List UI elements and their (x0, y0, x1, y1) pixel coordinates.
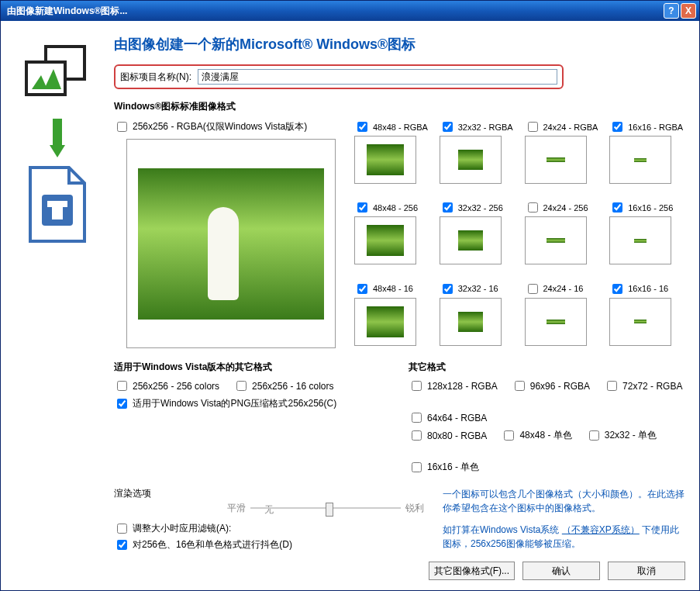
format-checkbox[interactable] (528, 122, 538, 132)
format-checkbox[interactable] (612, 284, 622, 294)
format-checkbox[interactable] (357, 284, 367, 294)
svg-rect-6 (47, 201, 67, 207)
format-option[interactable]: 48x48 - 256 (354, 200, 430, 215)
format-cell: 24x24 - 256 (525, 199, 601, 271)
resize-filter-checkbox[interactable] (117, 524, 127, 534)
format-option[interactable]: 16x16 - 16 (609, 282, 685, 296)
vista-png-checkbox[interactable] (117, 399, 127, 409)
format-option[interactable]: 32x32 - 单色 (586, 428, 657, 443)
thumbnail-image (458, 150, 483, 170)
thumbnail-image (367, 306, 404, 337)
format-option[interactable]: 128x128 - RGBA (409, 378, 498, 393)
format-option[interactable]: 32x32 - RGBA (440, 119, 516, 134)
format-option[interactable]: 256x256 - 16 colors (233, 378, 333, 393)
format-cell: 32x32 - 16 (440, 280, 516, 353)
format-checkbox[interactable] (357, 122, 367, 132)
format-cell: 48x48 - 16 (354, 280, 430, 353)
format-thumbnail (525, 136, 587, 184)
format-cell: 16x16 - 256 (609, 199, 685, 271)
format-option[interactable]: 32x32 - 256 (440, 200, 516, 215)
vista-compat-link[interactable]: （不兼容XP系统） (562, 524, 640, 535)
format-checkbox[interactable] (443, 122, 453, 132)
svg-rect-1 (26, 62, 65, 95)
thumbnail-image (547, 238, 565, 243)
thumbnail-image (367, 144, 404, 175)
format-cell: 32x32 - 256 (440, 199, 516, 271)
cancel-button[interactable]: 取消 (608, 562, 685, 580)
resize-filter-option[interactable]: 调整大小时应用滤镜(A): (114, 521, 424, 536)
sharpness-slider[interactable] (250, 500, 401, 516)
thumbnail-image (367, 225, 404, 256)
target-icon-file-icon (22, 164, 92, 249)
format-checkbox[interactable] (412, 462, 422, 472)
format-cell: 24x24 - RGBA (525, 118, 601, 191)
titlebar[interactable]: 由图像新建Windows®图标... ? X (1, 1, 699, 21)
format-option[interactable]: 24x24 - 16 (525, 282, 601, 296)
format-option[interactable]: 48x48 - 单色 (501, 428, 571, 443)
format-cell: 16x16 - RGBA (609, 118, 685, 191)
format-checkbox[interactable] (607, 381, 617, 391)
format-option[interactable]: 32x32 - 16 (440, 282, 516, 296)
project-name-input[interactable] (198, 69, 557, 85)
titlebar-close-button[interactable]: X (681, 3, 696, 19)
format-thumbnail (354, 216, 416, 264)
format-grid: 48x48 - RGBA32x32 - RGBA24x24 - RGBA16x1… (354, 118, 685, 353)
format-option[interactable]: 24x24 - RGBA (525, 119, 601, 134)
format-checkbox[interactable] (443, 202, 453, 213)
format-checkbox[interactable] (528, 284, 538, 294)
other-formats-button[interactable]: 其它图像格式(F)... (429, 562, 515, 580)
ok-button[interactable]: 确认 (522, 562, 600, 580)
thumbnail-image (547, 320, 565, 324)
format-checkbox[interactable] (412, 413, 422, 423)
project-name-row: 图标项目名称(N): (114, 64, 564, 89)
format-option[interactable]: 256x256 - 256 colors (114, 378, 219, 393)
format-checkbox[interactable] (357, 202, 367, 213)
vista-png-option[interactable]: 适用于Windows Vista的PNG压缩格式256x256(C) (114, 396, 347, 411)
thumbnail-image (458, 312, 483, 332)
big-preview (126, 139, 336, 348)
info-text: 一个图标可以包含几个图像格式（大小和颜色）。在此选择你希望包含在这个图标中的图像… (443, 487, 685, 554)
format-checkbox[interactable] (589, 430, 599, 441)
format-checkbox[interactable] (504, 430, 514, 441)
dither-option[interactable]: 对256色、16色和单色格式进行抖色(D) (114, 537, 424, 552)
format-thumbnail (609, 216, 671, 264)
format-thumbnail (440, 216, 502, 264)
window-title: 由图像新建Windows®图标... (7, 5, 664, 18)
format-256-rgba[interactable]: 256x256 - RGBA(仅限Windows Vista版本) (114, 119, 339, 134)
format-checkbox[interactable] (515, 381, 525, 391)
format-thumbnail (354, 298, 416, 346)
dialog-window: 由图像新建Windows®图标... ? X (0, 0, 700, 591)
format-option[interactable]: 96x96 - RGBA (512, 378, 590, 393)
thumbnail-image (547, 157, 565, 162)
format-thumbnail (525, 298, 587, 346)
format-checkbox[interactable] (412, 430, 422, 441)
thumbnail-image (634, 158, 647, 162)
format-cell: 32x32 - RGBA (440, 118, 516, 191)
format-checkbox[interactable] (443, 284, 453, 294)
format-option[interactable]: 48x48 - RGBA (354, 119, 430, 134)
button-bar: 其它图像格式(F)... 确认 取消 (114, 554, 685, 590)
dither-checkbox[interactable] (117, 540, 127, 550)
format-checkbox[interactable] (117, 381, 127, 391)
format-cell: 24x24 - 16 (525, 280, 601, 353)
titlebar-help-button[interactable]: ? (664, 3, 679, 19)
format-checkbox[interactable] (612, 202, 622, 213)
thumbnail-image (634, 320, 647, 323)
format-checkbox[interactable] (612, 122, 622, 132)
format-checkbox[interactable] (528, 202, 538, 213)
format-option[interactable]: 48x48 - 16 (354, 282, 430, 296)
format-option[interactable]: 16x16 - RGBA (609, 119, 685, 134)
format-option[interactable]: 80x80 - RGBA (409, 428, 487, 443)
format-checkbox[interactable] (412, 381, 422, 391)
format-option[interactable]: 16x16 - 256 (609, 200, 685, 215)
format-thumbnail (609, 136, 671, 184)
format-option[interactable]: 16x16 - 单色 (409, 460, 479, 475)
format-option[interactable]: 72x72 - RGBA (604, 378, 682, 393)
format-option[interactable]: 64x64 - RGBA (409, 410, 487, 425)
format-thumbnail (609, 298, 671, 346)
format-option[interactable]: 24x24 - 256 (525, 200, 601, 215)
format-checkbox[interactable] (236, 381, 247, 391)
format-256-rgba-checkbox[interactable] (117, 122, 127, 132)
wizard-graphic (15, 35, 100, 576)
thumbnail-image (458, 230, 483, 251)
